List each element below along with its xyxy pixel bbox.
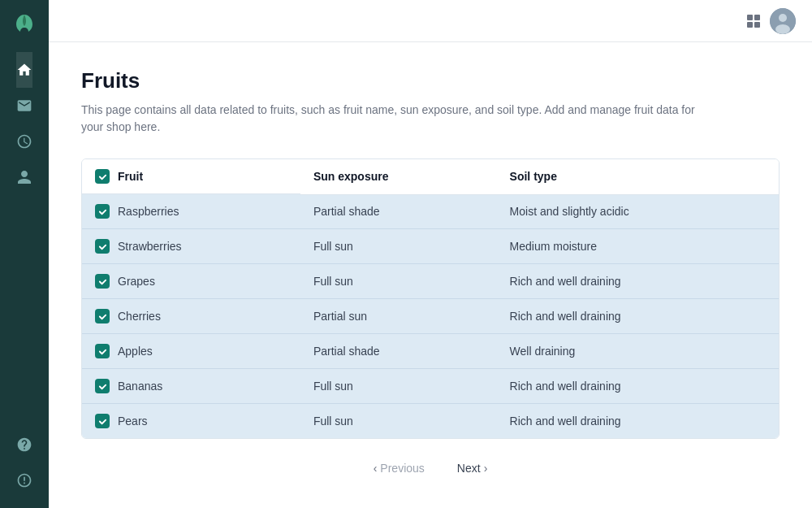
soil-type-cell: Rich and well draining [497,264,779,299]
soil-type-cell: Rich and well draining [497,369,779,404]
fruits-table: Fruit Sun exposure Soil type Raspberries [82,159,779,438]
fruit-cell: Apples [82,334,300,369]
soil-type-cell: Well draining [497,334,779,369]
soil-type-cell: Medium moisture [497,229,779,264]
row-checkbox[interactable] [95,414,110,428]
sidebar-item-home[interactable] [16,52,32,88]
fruit-cell: Grapes [82,264,300,299]
sidebar-nav [16,52,32,195]
next-button[interactable]: Next › [444,455,500,481]
fruit-cell: Pears [82,404,300,439]
page-description: This page contains all data related to f… [81,102,715,136]
sidebar-item-user[interactable] [16,159,32,195]
soil-type-cell: Rich and well draining [497,404,779,439]
sidebar [0,0,49,508]
row-checkbox[interactable] [95,274,110,289]
previous-button[interactable]: ‹ Previous [361,455,438,481]
table-row: Bananas Full sunRich and well draining [82,369,779,404]
sun-exposure-cell: Partial shade [300,194,497,229]
svg-point-2 [775,24,790,34]
avatar[interactable] [770,8,796,34]
col-header-sun: Sun exposure [300,159,497,194]
row-checkbox[interactable] [95,344,110,358]
sun-exposure-cell: Full sun [300,264,497,299]
sidebar-item-zendesk[interactable] [16,462,32,498]
sidebar-item-support[interactable] [16,427,32,462]
table-row: Apples Partial shadeWell draining [82,334,779,369]
grid-icon[interactable] [747,15,760,28]
pagination: ‹ Previous Next › [81,439,780,497]
row-checkbox[interactable] [95,379,110,393]
soil-type-cell: Rich and well draining [497,299,779,334]
table-row: Raspberries Partial shadeMoist and sligh… [82,194,779,229]
page-title: Fruits [81,68,780,93]
col-header-soil: Soil type [497,159,779,194]
topbar [49,0,812,42]
fruit-cell: Raspberries [82,194,300,229]
sun-exposure-cell: Partial sun [300,299,497,334]
soil-type-cell: Moist and slightly acidic [497,194,779,229]
fruit-cell: Strawberries [82,229,300,264]
main-content: Fruits This page contains all data relat… [49,0,812,508]
table-row: Pears Full sunRich and well draining [82,404,779,439]
fruit-cell: Cherries [82,299,300,334]
fruit-cell: Bananas [82,369,300,404]
svg-point-1 [779,14,787,22]
sidebar-item-clock[interactable] [16,124,32,159]
table-row: Strawberries Full sunMedium moisture [82,229,779,264]
row-checkbox[interactable] [95,309,110,323]
select-all-checkbox[interactable] [95,169,110,184]
sun-exposure-cell: Full sun [300,404,497,439]
chevron-left-icon: ‹ [374,462,378,475]
row-checkbox[interactable] [95,204,110,219]
row-checkbox[interactable] [95,239,110,254]
sidebar-logo [10,10,39,39]
chevron-right-icon: › [484,462,488,475]
sun-exposure-cell: Partial shade [300,334,497,369]
sidebar-bottom [16,427,32,498]
sidebar-item-mail[interactable] [16,88,32,124]
table-row: Cherries Partial sunRich and well draini… [82,299,779,334]
col-header-fruit: Fruit [82,159,300,194]
page-content: Fruits This page contains all data relat… [49,42,812,508]
table-row: Grapes Full sunRich and well draining [82,264,779,299]
sun-exposure-cell: Full sun [300,369,497,404]
sun-exposure-cell: Full sun [300,229,497,264]
fruits-table-wrapper: Fruit Sun exposure Soil type Raspberries [81,158,780,439]
